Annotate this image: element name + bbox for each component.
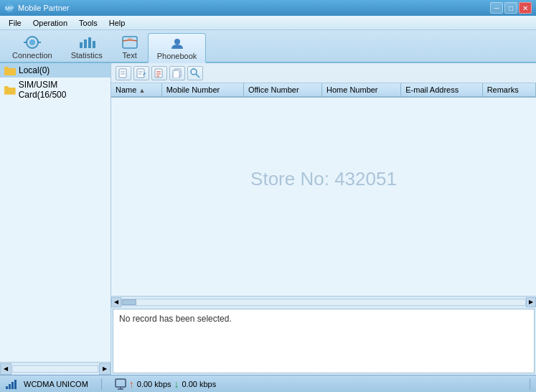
svg-point-29 xyxy=(191,69,197,75)
main-toolbar: Connection Statistics Text xyxy=(0,30,536,63)
upload-speed: 0.00 kbps xyxy=(137,380,171,388)
svg-rect-9 xyxy=(93,41,95,48)
sort-arrow: ▲ xyxy=(138,87,145,94)
title-bar: MP Mobile Partner ─ □ ✕ xyxy=(0,0,536,16)
menu-help[interactable]: Help xyxy=(103,17,131,29)
svg-rect-7 xyxy=(84,39,87,48)
statistics-label: Statistics xyxy=(71,51,103,60)
hscroll-thumb[interactable] xyxy=(122,299,136,305)
left-panel: Local(0) SIM/USIM Card(16/500 ◀ ▶ xyxy=(0,63,111,375)
col-mobile-label: Mobile Number xyxy=(166,85,220,94)
main-content: Local(0) SIM/USIM Card(16/500 ◀ ▶ xyxy=(0,63,536,375)
text-label: Text xyxy=(123,51,137,60)
signal-bar-3 xyxy=(11,382,14,389)
edit-contact-button[interactable] xyxy=(133,66,149,80)
close-button[interactable]: ✕ xyxy=(519,2,532,14)
search-contact-button[interactable] xyxy=(187,66,203,80)
signal-bar-4 xyxy=(14,380,17,389)
edit-icon xyxy=(136,68,146,78)
status-divider-right xyxy=(530,378,530,390)
phonebook-label: Phonebook xyxy=(157,52,197,60)
local-label: Local(0) xyxy=(19,65,50,75)
scroll-left-arrow[interactable]: ◀ xyxy=(0,363,11,375)
menu-file[interactable]: File xyxy=(3,17,27,29)
download-arrow: ↓ xyxy=(174,378,179,390)
col-email-label: E-mail Address xyxy=(405,85,459,94)
info-box: No record has been selected. xyxy=(113,309,535,373)
signal-bar-2 xyxy=(9,384,11,389)
col-home-label: Home Number xyxy=(326,85,378,94)
svg-rect-8 xyxy=(88,37,91,48)
maximize-button[interactable]: □ xyxy=(504,2,517,14)
connection-icon xyxy=(24,35,41,50)
svg-rect-20 xyxy=(137,69,144,78)
tree-item-local[interactable]: Local(0) xyxy=(0,63,111,78)
status-divider-1 xyxy=(101,378,102,390)
sim-label: SIM/USIM Card(16/500 xyxy=(19,80,106,100)
right-panel: Name ▲ Mobile Number Office Number Home … xyxy=(111,63,536,375)
scroll-track[interactable] xyxy=(12,365,98,373)
col-email[interactable]: E-mail Address xyxy=(401,83,482,97)
svg-rect-17 xyxy=(119,69,126,78)
delete-contact-button[interactable] xyxy=(151,66,167,80)
upload-arrow: ↑ xyxy=(129,378,134,390)
nav-connection[interactable]: Connection xyxy=(3,33,62,62)
contacts-table-container: Name ▲ Mobile Number Office Number Home … xyxy=(111,83,536,296)
col-home[interactable]: Home Number xyxy=(322,83,401,97)
info-text: No record has been selected. xyxy=(119,314,232,324)
new-contact-button[interactable] xyxy=(116,66,131,80)
copy-icon xyxy=(172,68,182,78)
title-controls: ─ □ ✕ xyxy=(490,2,532,14)
search-icon xyxy=(190,68,200,78)
hscroll-track[interactable] xyxy=(121,299,526,306)
new-icon xyxy=(118,68,128,78)
menu-tools[interactable]: Tools xyxy=(73,17,103,29)
nav-text[interactable]: Text xyxy=(112,33,148,62)
svg-rect-11 xyxy=(128,38,132,41)
network-icon xyxy=(115,378,126,390)
menu-bar: File Operation Tools Help xyxy=(0,16,536,30)
network-label: WCDMA UNICOM xyxy=(24,380,88,388)
svg-rect-14 xyxy=(4,67,9,70)
status-bar: WCDMA UNICOM ↑ 0.00 kbps ↓ 0.00 kbps xyxy=(0,375,536,392)
svg-rect-31 xyxy=(116,379,126,387)
left-scrollbar: ◀ ▶ xyxy=(0,362,111,375)
local-folder-icon xyxy=(4,66,16,75)
table-horizontal-scrollbar[interactable]: ◀ ▶ xyxy=(111,296,536,307)
col-remarks-label: Remarks xyxy=(487,85,519,94)
scroll-right-arrow[interactable]: ▶ xyxy=(99,363,111,375)
col-remarks[interactable]: Remarks xyxy=(482,83,535,97)
col-mobile[interactable]: Mobile Number xyxy=(161,83,243,97)
watermark: Store No: 432051 xyxy=(250,168,397,190)
connection-label: Connection xyxy=(12,51,52,60)
statistics-icon xyxy=(78,35,95,50)
col-name-label: Name xyxy=(116,85,136,94)
svg-rect-28 xyxy=(173,70,179,78)
title-bar-left: MP Mobile Partner xyxy=(4,3,70,13)
svg-text:MP: MP xyxy=(5,5,14,11)
phonebook-toolbar xyxy=(111,63,536,83)
text-icon xyxy=(121,35,138,50)
signal-bars xyxy=(6,379,17,389)
col-office[interactable]: Office Number xyxy=(243,83,321,97)
app-title: Mobile Partner xyxy=(18,4,70,12)
col-office-label: Office Number xyxy=(248,85,299,94)
menu-operation[interactable]: Operation xyxy=(27,17,73,29)
hscroll-right-arrow[interactable]: ▶ xyxy=(526,297,536,307)
download-speed: 0.00 kbps xyxy=(182,380,217,388)
app-icon: MP xyxy=(4,3,14,13)
minimize-button[interactable]: ─ xyxy=(490,2,503,14)
tree-item-sim[interactable]: SIM/USIM Card(16/500 xyxy=(0,78,111,102)
svg-rect-16 xyxy=(4,86,9,89)
col-name[interactable]: Name ▲ xyxy=(111,83,161,97)
svg-line-30 xyxy=(196,74,199,78)
nav-statistics[interactable]: Statistics xyxy=(62,33,112,62)
hscroll-left-arrow[interactable]: ◀ xyxy=(111,297,121,307)
contacts-table: Name ▲ Mobile Number Office Number Home … xyxy=(111,83,536,98)
copy-contact-button[interactable] xyxy=(169,66,185,80)
svg-rect-6 xyxy=(80,42,83,48)
nav-phonebook[interactable]: Phonebook xyxy=(148,33,207,63)
svg-point-12 xyxy=(174,39,180,45)
delete-icon xyxy=(154,68,164,78)
sim-folder-icon xyxy=(4,85,16,95)
